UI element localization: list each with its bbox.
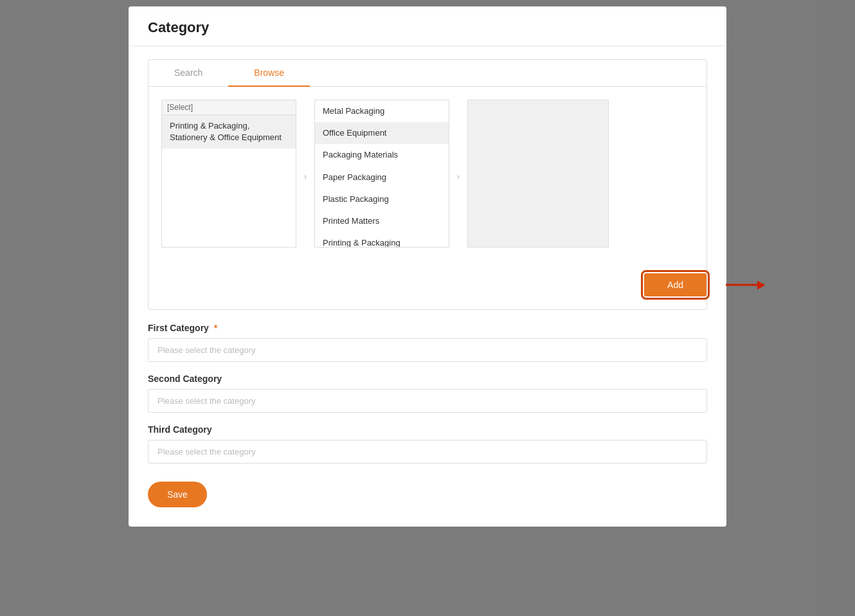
modal-header: Category	[129, 6, 726, 46]
add-area: Add	[148, 267, 706, 303]
list-box-3[interactable]	[467, 100, 609, 248]
third-category-input[interactable]	[148, 440, 707, 464]
browse-columns: [Select] Printing & Packaging, Stationer…	[161, 100, 694, 254]
list-item[interactable]: Plastic Packaging	[315, 188, 449, 210]
second-category-input[interactable]	[148, 389, 707, 413]
col2-chevron-btn[interactable]: ›	[449, 100, 467, 254]
list-box-1[interactable]: [Select] Printing & Packaging, Stationer…	[161, 100, 296, 248]
required-star: *	[214, 323, 217, 333]
list-box-2[interactable]: Metal Packaging Office Equipment Packagi…	[314, 100, 449, 248]
modal-dialog: Category Search Browse	[129, 6, 726, 527]
list-item-printed-matters[interactable]: Printed Matters	[315, 210, 449, 232]
arrow-line	[726, 284, 764, 286]
modal-body: Search Browse [Select] Printing & Packag…	[129, 46, 726, 527]
third-category-label: Third Category	[148, 424, 707, 435]
list-item[interactable]: Printing & Packaging Equipment	[315, 232, 449, 248]
browse-col-3	[467, 100, 609, 254]
add-button[interactable]: Add	[644, 273, 706, 296]
browse-content: [Select] Printing & Packaging, Stationer…	[148, 87, 706, 267]
save-button[interactable]: Save	[148, 482, 207, 507]
list-item[interactable]: Office Equipment	[315, 122, 449, 144]
col1-chevron-btn[interactable]: ›	[296, 100, 314, 254]
browse-col-2: Metal Packaging Office Equipment Packagi…	[314, 100, 467, 254]
first-category-label: First Category *	[148, 323, 707, 333]
list-box-1-header: [Select]	[162, 100, 296, 115]
tab-search[interactable]: Search	[148, 60, 228, 87]
second-category-label: Second Category	[148, 374, 707, 384]
modal-title: Category	[148, 19, 707, 36]
add-arrow-indicator	[726, 284, 764, 286]
first-category-group: First Category *	[148, 323, 707, 362]
tab-browse[interactable]: Browse	[228, 60, 310, 87]
tabs-header: Search Browse	[148, 60, 706, 87]
browse-col-1: [Select] Printing & Packaging, Stationer…	[161, 100, 314, 254]
list-item[interactable]: Packaging Materials	[315, 144, 449, 166]
first-category-input[interactable]	[148, 338, 707, 362]
list-item[interactable]: Printing & Packaging, Stationery & Offic…	[162, 115, 296, 149]
add-btn-wrapper: Add	[644, 273, 706, 296]
list-item[interactable]: Metal Packaging	[315, 100, 449, 122]
tabs-container: Search Browse [Select] Printing & Packag…	[148, 59, 707, 310]
second-category-group: Second Category	[148, 374, 707, 413]
modal-overlay: Category Search Browse	[0, 0, 855, 616]
list-item[interactable]: Paper Packaging	[315, 167, 449, 188]
third-category-group: Third Category	[148, 424, 707, 464]
